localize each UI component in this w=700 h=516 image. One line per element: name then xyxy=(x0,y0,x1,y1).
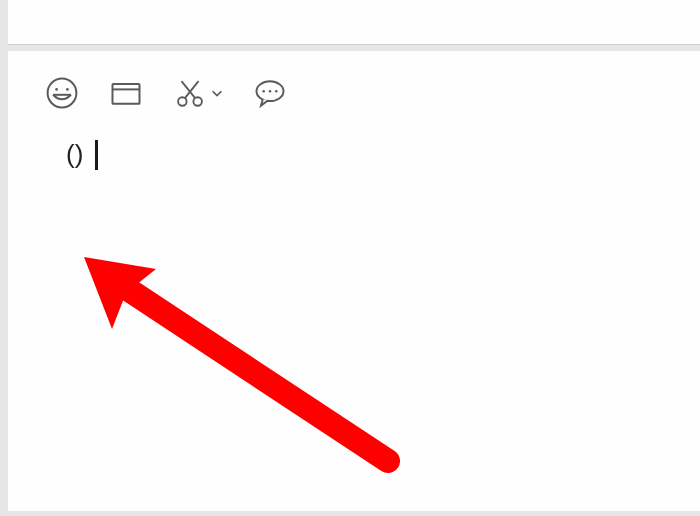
chat-icon[interactable] xyxy=(252,75,288,111)
arrow-annotation xyxy=(78,251,418,491)
input-text: () xyxy=(66,139,83,170)
svg-point-0 xyxy=(48,79,77,108)
folder-icon[interactable] xyxy=(108,75,144,111)
svg-point-7 xyxy=(193,97,202,106)
text-cursor xyxy=(95,140,98,170)
svg-point-6 xyxy=(178,97,187,106)
svg-line-9 xyxy=(182,81,196,98)
svg-point-2 xyxy=(66,88,69,91)
svg-point-1 xyxy=(55,88,58,91)
svg-line-8 xyxy=(185,81,199,98)
top-bar xyxy=(8,0,700,45)
scissors-icon xyxy=(172,75,208,111)
message-input[interactable]: () xyxy=(8,111,700,170)
svg-rect-4 xyxy=(113,84,140,104)
message-panel: () xyxy=(8,51,700,511)
scissors-button[interactable] xyxy=(172,75,224,111)
svg-point-12 xyxy=(269,90,272,93)
svg-point-11 xyxy=(262,90,265,93)
svg-line-14 xyxy=(123,286,388,461)
emoji-icon[interactable] xyxy=(44,75,80,111)
chevron-down-icon xyxy=(210,86,224,100)
svg-point-13 xyxy=(275,90,278,93)
toolbar xyxy=(8,51,700,111)
svg-marker-15 xyxy=(84,257,156,329)
